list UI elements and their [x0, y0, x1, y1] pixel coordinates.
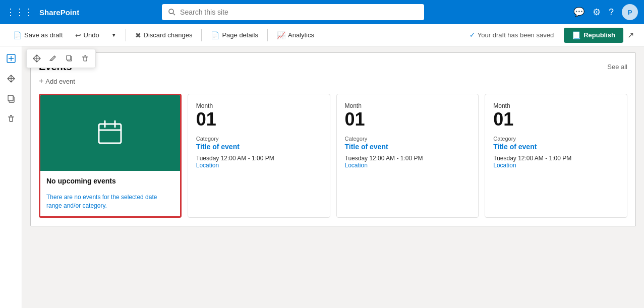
main-layout: Events See all + Add event — [0, 46, 644, 308]
chevron-down-icon: ▼ — [111, 32, 116, 38]
page-details-button[interactable]: 📄 Page details — [206, 29, 263, 42]
add-event-button[interactable]: + Add event — [39, 77, 627, 86]
event-month-1: Month — [196, 102, 322, 109]
analytics-button[interactable]: 📈 Analytics — [272, 29, 319, 42]
event-day-2: 01 — [345, 109, 471, 130]
svg-rect-6 — [8, 95, 13, 101]
event-month-2: Month — [345, 102, 471, 109]
event-card-2[interactable]: Month 01 Category Title of event Tuesday… — [336, 94, 479, 218]
toolbar-divider-2 — [201, 29, 202, 41]
no-events-card[interactable]: No upcoming events There are no events f… — [39, 94, 182, 218]
event-name-2: Title of event — [345, 143, 471, 151]
svg-point-0 — [169, 9, 173, 14]
svg-rect-8 — [10, 117, 13, 121]
see-all-link[interactable]: See all — [607, 63, 627, 71]
events-webpart: Events See all + Add event — [30, 52, 636, 226]
sidebar-copy-icon[interactable] — [3, 91, 19, 107]
event-time-1: Tuesday 12:00 AM - 1:00 PM — [196, 155, 322, 162]
left-sidebar — [0, 46, 22, 308]
event-day-1: 01 — [196, 109, 322, 130]
checkmark-icon: ✓ — [470, 31, 475, 39]
top-navigation: ⋮⋮⋮ SharePoint 💬 ⚙ ? P — [0, 0, 644, 24]
svg-rect-15 — [99, 124, 121, 143]
settings-icon[interactable]: ⚙ — [593, 7, 601, 18]
event-name-3: Title of event — [493, 143, 619, 151]
float-edit-button[interactable] — [46, 51, 60, 66]
help-icon[interactable]: ? — [609, 7, 614, 18]
page-details-icon: 📄 — [211, 31, 219, 39]
event-card-3[interactable]: Month 01 Category Title of event Tuesday… — [485, 94, 627, 218]
events-grid: No upcoming events There are no events f… — [39, 94, 627, 218]
expand-icon: ↗ — [627, 31, 634, 39]
no-events-description: There are no events for the selected dat… — [46, 193, 174, 210]
undo-button[interactable]: ↩ Undo — [70, 29, 104, 42]
content-area: Events See all + Add event — [22, 46, 644, 308]
event-card-1[interactable]: Month 01 Category Title of event Tuesday… — [188, 94, 330, 218]
analytics-icon: 📈 — [277, 31, 285, 39]
search-icon — [168, 8, 176, 16]
event-month-3: Month — [493, 102, 619, 109]
event-time-3: Tuesday 12:00 AM - 1:00 PM — [493, 155, 619, 162]
events-header: Events See all — [39, 61, 627, 73]
sidebar-edit-icon[interactable] — [3, 50, 19, 67]
discard-icon: ✖ — [135, 31, 141, 39]
no-events-title: No upcoming events — [46, 177, 174, 185]
event-name-1: Title of event — [196, 143, 322, 151]
plus-icon: + — [39, 77, 43, 86]
event-time-2: Tuesday 12:00 AM - 1:00 PM — [345, 155, 471, 162]
event-category-1: Category — [196, 136, 322, 142]
draft-saved-indicator: ✓ Your draft has been saved — [470, 31, 554, 39]
float-copy-button[interactable] — [62, 51, 76, 66]
brand-name: SharePoint — [39, 8, 79, 17]
event-card-image — [40, 95, 180, 171]
save-icon: 📄 — [13, 31, 22, 39]
float-delete-button[interactable] — [78, 51, 92, 66]
page-toolbar: 📄 Save as draft ↩ Undo ▼ ✖ Discard chang… — [0, 24, 644, 46]
nav-right-icons: 💬 ⚙ ? P — [573, 4, 638, 20]
sidebar-delete-icon[interactable] — [3, 111, 19, 127]
floating-toolbar — [26, 49, 96, 68]
grid-icon[interactable]: ⋮⋮⋮ — [6, 7, 33, 18]
svg-rect-11 — [67, 55, 71, 60]
no-events-body: No upcoming events There are no events f… — [40, 171, 180, 216]
event-location-3: Location — [493, 162, 619, 169]
event-category-3: Category — [493, 136, 619, 142]
event-category-2: Category — [345, 136, 471, 142]
svg-rect-13 — [84, 57, 87, 61]
undo-dropdown-button[interactable]: ▼ — [106, 30, 122, 40]
discard-changes-button[interactable]: ✖ Discard changes — [130, 29, 198, 42]
event-day-3: 01 — [493, 109, 619, 130]
comment-icon[interactable]: 💬 — [573, 7, 584, 18]
user-avatar[interactable]: P — [622, 4, 638, 20]
svg-line-1 — [173, 14, 175, 16]
undo-icon: ↩ — [75, 31, 81, 39]
calendar-large-icon — [96, 119, 124, 147]
republish-icon: 📃 — [572, 31, 580, 39]
republish-button[interactable]: 📃 Republish — [564, 28, 623, 43]
event-location-1: Location — [196, 162, 322, 169]
event-location-2: Location — [345, 162, 471, 169]
sidebar-move-icon[interactable] — [3, 71, 19, 87]
expand-button[interactable]: ↗ — [625, 28, 636, 42]
toolbar-divider-1 — [126, 29, 126, 41]
search-input[interactable] — [180, 8, 418, 16]
search-bar — [162, 4, 424, 20]
toolbar-divider-3 — [267, 29, 268, 41]
save-draft-button[interactable]: 📄 Save as draft — [8, 29, 68, 42]
float-move-button[interactable] — [30, 51, 44, 66]
